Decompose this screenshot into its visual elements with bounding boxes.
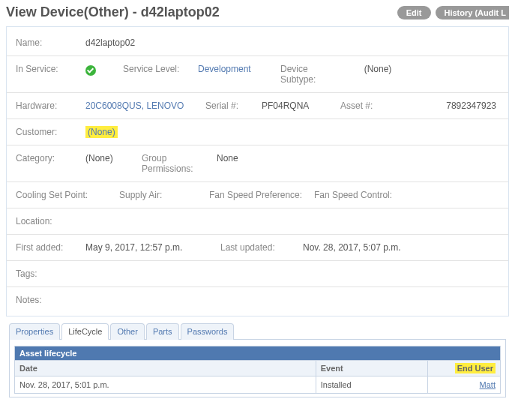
history-button[interactable]: History (Audit L — [436, 6, 510, 20]
serial-label: Serial #: — [205, 100, 262, 111]
group-perms-label: Group Permissions: — [142, 153, 217, 174]
group-perms-value: None — [217, 153, 238, 174]
category-label: Category: — [7, 153, 85, 174]
table-row: Nov. 28, 2017, 5:01 p.m. Installed Matt — [15, 376, 501, 394]
edit-button[interactable]: Edit — [397, 6, 431, 20]
tab-properties[interactable]: Properties — [9, 323, 60, 340]
tab-lifecycle[interactable]: LifeCycle — [61, 323, 109, 340]
col-end-user[interactable]: End User — [427, 361, 500, 376]
notes-label: Notes: — [7, 295, 85, 305]
tab-bar: Properties LifeCycle Other Parts Passwor… — [9, 322, 506, 340]
tab-parts[interactable]: Parts — [146, 323, 179, 340]
in-service-label: In Service: — [7, 64, 85, 85]
tab-panel-lifecycle: Asset lifecycle Date Event End User Nov.… — [9, 340, 506, 398]
fan-speed-pref-label: Fan Speed Preference: — [209, 190, 314, 200]
fan-speed-ctrl-label: Fan Speed Control: — [314, 190, 419, 200]
cooling-set-point-label: Cooling Set Point: — [7, 190, 104, 200]
customer-label: Customer: — [7, 127, 85, 137]
first-added-value: May 9, 2017, 12:57 p.m. — [85, 242, 220, 253]
device-details-panel: Name: d42laptop02 In Service: Service Le… — [6, 26, 509, 316]
customer-highlight: (None) — [85, 126, 118, 138]
end-user-link[interactable]: Matt — [480, 380, 496, 389]
asset-num-value: 7892347923 — [397, 100, 508, 111]
serial-value: PF04RQNA — [262, 100, 340, 111]
cell-event: Installed — [316, 376, 427, 394]
name-value: d42laptop02 — [85, 38, 135, 48]
tags-label: Tags: — [7, 268, 85, 279]
end-user-highlight: End User — [455, 363, 496, 374]
asset-lifecycle-table: Date Event End User Nov. 28, 2017, 5:01 … — [14, 360, 501, 394]
location-label: Location: — [7, 216, 85, 226]
customer-value: (None) — [85, 127, 118, 137]
tab-other[interactable]: Other — [110, 323, 145, 340]
col-date[interactable]: Date — [15, 361, 316, 376]
service-level-value: Development — [198, 64, 280, 85]
first-added-label: First added: — [7, 242, 85, 253]
asset-num-label: Asset #: — [340, 100, 397, 111]
category-value: (None) — [85, 153, 142, 174]
last-updated-value: Nov. 28, 2017, 5:07 p.m. — [303, 242, 401, 253]
page-title: View Device(Other) - d42laptop02 — [6, 4, 393, 20]
device-subtype-label: Device Subtype: — [280, 64, 340, 85]
col-event[interactable]: Event — [316, 361, 427, 376]
tab-passwords[interactable]: Passwords — [181, 323, 235, 340]
last-updated-label: Last updated: — [220, 242, 303, 253]
cell-date: Nov. 28, 2017, 5:01 p.m. — [15, 376, 316, 394]
service-level-label: Service Level: — [123, 64, 198, 85]
supply-air-label: Supply Air: — [104, 190, 209, 200]
hardware-link[interactable]: 20C6008QUS, LENOVO — [85, 100, 205, 111]
name-label: Name: — [7, 38, 85, 48]
hardware-label: Hardware: — [7, 100, 85, 111]
asset-lifecycle-header: Asset lifecycle — [14, 346, 501, 360]
check-icon — [85, 65, 96, 76]
device-subtype-value: (None) — [340, 64, 415, 85]
